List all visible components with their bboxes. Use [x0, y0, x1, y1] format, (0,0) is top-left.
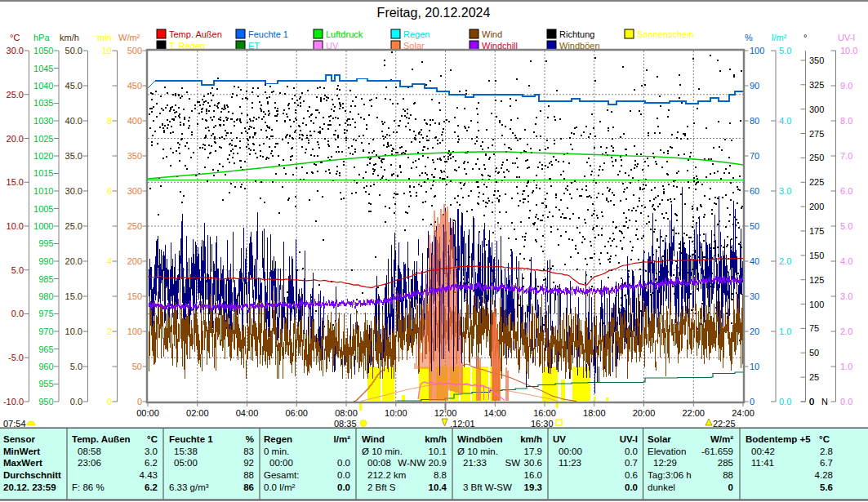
svg-text:Bodentemp +5: Bodentemp +5 — [746, 434, 811, 444]
svg-text:Feuchte 1: Feuchte 1 — [169, 434, 213, 444]
svg-text:250: 250 — [809, 153, 824, 162]
svg-text:92: 92 — [243, 458, 254, 468]
svg-text:07:54: 07:54 — [3, 419, 26, 429]
svg-text:°C: °C — [147, 434, 158, 444]
svg-text:6.0: 6.0 — [840, 186, 852, 196]
svg-text:22:25: 22:25 — [713, 419, 736, 429]
svg-text:5.0: 5.0 — [11, 265, 24, 275]
svg-text:Wind: Wind — [362, 434, 385, 444]
svg-text:325: 325 — [809, 80, 824, 90]
svg-text:08:58: 08:58 — [78, 446, 101, 456]
svg-text:Ø 10 min.: Ø 10 min. — [457, 446, 498, 456]
svg-text:1010: 1010 — [33, 186, 53, 196]
svg-text:2.8: 2.8 — [820, 446, 833, 456]
svg-text:995: 995 — [38, 238, 53, 248]
svg-text:0.0: 0.0 — [840, 397, 852, 406]
svg-text:15:38: 15:38 — [174, 446, 198, 456]
svg-text:250: 250 — [127, 221, 142, 231]
svg-text:l/m²: l/m² — [772, 33, 787, 42]
svg-text:%: % — [246, 434, 254, 444]
svg-text:960: 960 — [38, 362, 53, 371]
svg-text:20.9: 20.9 — [429, 458, 447, 468]
svg-text:2.0: 2.0 — [779, 256, 791, 266]
svg-text:83: 83 — [243, 446, 254, 456]
svg-text:5.6: 5.6 — [820, 482, 833, 492]
svg-text:300: 300 — [127, 186, 142, 196]
svg-text:350: 350 — [127, 151, 142, 161]
svg-text:1015: 1015 — [33, 168, 53, 178]
svg-text:°C: °C — [819, 434, 830, 444]
svg-text:30.0: 30.0 — [7, 46, 24, 56]
svg-text:10:00: 10:00 — [385, 408, 407, 418]
svg-text:10: 10 — [750, 362, 759, 371]
svg-text:18:00: 18:00 — [583, 408, 606, 418]
svg-text:975: 975 — [38, 309, 53, 318]
svg-text:Windböen: Windböen — [457, 434, 502, 444]
svg-text:06:00: 06:00 — [285, 408, 308, 418]
svg-text:12:29: 12:29 — [653, 458, 677, 468]
svg-text:70: 70 — [750, 151, 759, 161]
svg-text:10.0: 10.0 — [65, 327, 82, 336]
svg-text:86: 86 — [243, 482, 254, 492]
svg-text:Wind: Wind — [482, 29, 502, 39]
svg-text:4: 4 — [107, 256, 112, 266]
svg-text:0.0: 0.0 — [625, 482, 638, 492]
svg-text:0 min.: 0 min. — [264, 446, 289, 456]
svg-text:00:00: 00:00 — [136, 408, 159, 418]
svg-text:35.0: 35.0 — [65, 151, 82, 161]
svg-text:4.0: 4.0 — [840, 256, 852, 266]
svg-text:8: 8 — [107, 116, 112, 126]
svg-text:Feuchte 1: Feuchte 1 — [248, 29, 288, 39]
svg-text:14:00: 14:00 — [483, 408, 506, 418]
svg-text:Sonnenschein: Sonnenschein — [637, 29, 694, 39]
svg-text:04:00: 04:00 — [236, 408, 259, 418]
svg-text:285: 285 — [718, 458, 733, 468]
svg-text:min: min — [97, 33, 112, 42]
svg-text:90: 90 — [750, 81, 759, 91]
svg-text:0.0: 0.0 — [70, 397, 82, 406]
svg-text:15.0: 15.0 — [7, 177, 24, 187]
svg-text:°: ° — [803, 33, 807, 42]
svg-text:11:23: 11:23 — [559, 458, 581, 468]
svg-text:45.0: 45.0 — [65, 81, 82, 91]
svg-text:30.6: 30.6 — [524, 458, 542, 468]
svg-text:100: 100 — [750, 46, 764, 56]
svg-text:00:08: 00:08 — [367, 458, 391, 468]
svg-text:950: 950 — [38, 397, 53, 406]
svg-text:-61.659: -61.659 — [701, 446, 733, 456]
svg-text:75: 75 — [809, 323, 819, 333]
svg-text:3 Bft W-SW: 3 Bft W-SW — [463, 482, 512, 492]
svg-text:1040: 1040 — [33, 81, 53, 91]
svg-text:8.0: 8.0 — [840, 116, 852, 126]
svg-text:3.0: 3.0 — [840, 291, 852, 301]
svg-text:dunkel: dunkel — [648, 482, 675, 492]
svg-text:16:30: 16:30 — [531, 419, 554, 429]
svg-text:50.0: 50.0 — [65, 46, 82, 56]
svg-text:Gesamt:: Gesamt: — [264, 470, 299, 480]
svg-text:Regen: Regen — [264, 434, 292, 444]
svg-text:00:00: 00:00 — [559, 446, 582, 456]
svg-text:6.2: 6.2 — [145, 482, 158, 492]
svg-text:1.0: 1.0 — [840, 362, 852, 371]
svg-text:0.0: 0.0 — [337, 458, 350, 468]
svg-text:km/h: km/h — [425, 434, 447, 444]
svg-text:6.2: 6.2 — [145, 458, 158, 468]
svg-text:F: 86 %: F: 86 % — [72, 482, 105, 492]
svg-text:02:00: 02:00 — [186, 408, 209, 418]
svg-text:50: 50 — [132, 362, 142, 371]
svg-text:-5.0: -5.0 — [8, 353, 24, 362]
svg-text:0.0: 0.0 — [337, 482, 350, 492]
svg-text:2 Bft S: 2 Bft S — [367, 482, 396, 492]
svg-text:-10.0: -10.0 — [3, 397, 24, 406]
svg-text:16.0: 16.0 — [524, 470, 542, 480]
svg-text:6.7: 6.7 — [820, 458, 833, 468]
svg-text:2: 2 — [107, 327, 112, 336]
svg-text:Richtung: Richtung — [559, 29, 594, 39]
svg-text:150: 150 — [127, 291, 142, 301]
svg-text:50: 50 — [750, 221, 759, 231]
svg-text:125: 125 — [809, 275, 824, 285]
svg-text:4.0: 4.0 — [779, 116, 791, 126]
svg-text:100: 100 — [809, 300, 824, 309]
svg-text:275: 275 — [809, 129, 824, 139]
svg-text:1000: 1000 — [33, 221, 53, 231]
